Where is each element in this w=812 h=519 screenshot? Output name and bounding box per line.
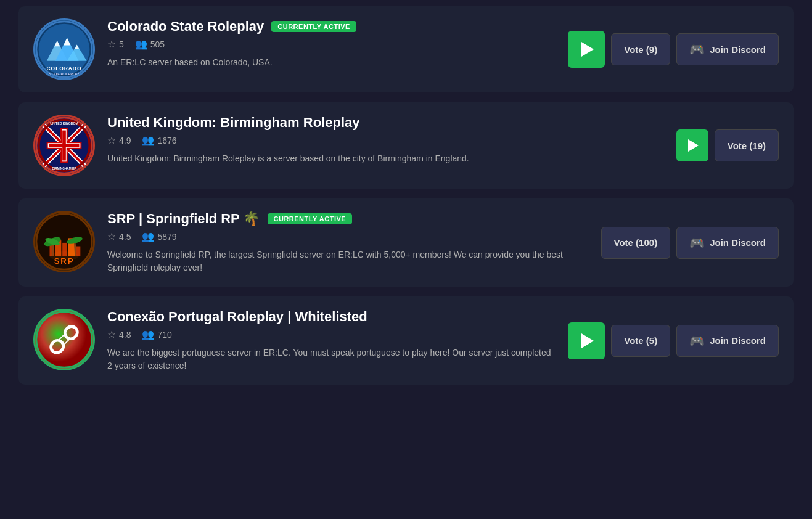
svg-rect-33 [76, 247, 81, 256]
active-badge: CURRENTLY ACTIVE [271, 21, 356, 32]
svg-rect-23 [62, 131, 66, 161]
server-card-colorado: COLORADO STATE ROLEPLAY Colorado State R… [18, 6, 794, 92]
discord-label: Join Discord [710, 44, 766, 55]
svg-point-40 [36, 312, 92, 367]
server-title-row: Colorado State RoleplayCURRENTLY ACTIVE [107, 18, 556, 35]
server-logo-uk-birmingham: UNITED KINGDOM BIRMINGHAM RP [33, 115, 95, 176]
discord-button[interactable]: 🎮Join Discord [676, 325, 779, 357]
play-button[interactable] [568, 31, 605, 68]
server-title: SRP | Springfield RP 🌴 [107, 211, 260, 227]
rating-item: ☆5 [107, 38, 124, 50]
server-title: Colorado State Roleplay [107, 18, 264, 35]
members-value: 5879 [157, 232, 176, 242]
members-value: 710 [157, 330, 171, 340]
server-description: United Kingdom: Birmingham Roleplay is a… [107, 152, 664, 165]
star-icon: ☆ [107, 329, 116, 340]
server-info-conexao-portugal: Conexão Portugal Roleplay | Whitelisted☆… [107, 309, 556, 372]
discord-button[interactable]: 🎮Join Discord [676, 227, 779, 259]
people-icon: 👥 [135, 38, 147, 50]
server-logo-colorado: COLORADO STATE ROLEPLAY [33, 18, 95, 80]
rating-value: 4.9 [119, 136, 131, 145]
server-title-row: United Kingdom: Birmingham Roleplay [107, 115, 664, 131]
server-card-conexao-portugal: Conexão Portugal Roleplay | Whitelisted☆… [18, 296, 794, 385]
members-item: 👥1676 [142, 134, 176, 146]
play-button[interactable] [568, 322, 605, 359]
server-meta: ☆4.5👥5879 [107, 231, 589, 242]
svg-text:BIRMINGHAM RP: BIRMINGHAM RP [52, 167, 76, 170]
rating-item: ☆4.8 [107, 329, 131, 340]
svg-text:UNITED KINGDOM: UNITED KINGDOM [50, 121, 78, 125]
discord-icon: 🎮 [689, 42, 705, 57]
members-item: 👥5879 [142, 231, 176, 242]
server-list: COLORADO STATE ROLEPLAY Colorado State R… [18, 6, 794, 385]
svg-text:SRP: SRP [54, 256, 75, 266]
server-meta: ☆4.8👥710 [107, 329, 556, 340]
active-badge: CURRENTLY ACTIVE [268, 213, 353, 224]
people-icon: 👥 [142, 231, 154, 242]
server-card-uk-birmingham: UNITED KINGDOM BIRMINGHAM RP United King… [18, 102, 794, 189]
server-info-uk-birmingham: United Kingdom: Birmingham Roleplay☆4.9👥… [107, 115, 664, 165]
server-actions: Vote (19) [676, 129, 779, 161]
server-actions: Vote (5)🎮Join Discord [568, 322, 779, 359]
members-value: 1676 [157, 136, 176, 145]
rating-item: ☆4.9 [107, 134, 131, 146]
vote-button[interactable]: Vote (9) [611, 33, 670, 65]
play-icon [688, 139, 699, 152]
play-icon [581, 333, 594, 348]
rating-value: 5 [119, 39, 124, 49]
server-info-colorado: Colorado State RoleplayCURRENTLY ACTIVE☆… [107, 18, 556, 69]
server-title-row: SRP | Springfield RP 🌴CURRENTLY ACTIVE [107, 211, 589, 227]
people-icon: 👥 [142, 329, 154, 340]
star-icon: ☆ [107, 134, 116, 146]
discord-icon: 🎮 [689, 333, 705, 348]
play-icon [581, 42, 594, 57]
server-title: Conexão Portugal Roleplay | Whitelisted [107, 309, 367, 325]
server-actions: Vote (9)🎮Join Discord [568, 31, 779, 68]
play-button[interactable] [676, 129, 708, 161]
server-meta: ☆4.9👥1676 [107, 134, 664, 146]
vote-button[interactable]: Vote (100) [601, 227, 671, 259]
svg-text:STATE ROLEPLAY: STATE ROLEPLAY [49, 72, 80, 76]
discord-button[interactable]: 🎮Join Discord [676, 33, 779, 65]
server-description: We are the biggest portuguese server in … [107, 346, 556, 372]
server-description: An ER:LC server based on Colorado, USA. [107, 56, 556, 69]
vote-button[interactable]: Vote (5) [611, 325, 670, 357]
discord-icon: 🎮 [689, 235, 705, 250]
rating-value: 4.5 [119, 232, 131, 242]
members-item: 👥710 [142, 329, 171, 340]
rating-item: ☆4.5 [107, 231, 131, 242]
server-meta: ☆5👥505 [107, 38, 556, 50]
server-logo-conexao-portugal [33, 309, 95, 370]
server-card-srp-springfield: SRP SRP | Springfield RP 🌴CURRENTLY ACTI… [18, 198, 794, 287]
server-info-srp-springfield: SRP | Springfield RP 🌴CURRENTLY ACTIVE☆4… [107, 211, 589, 274]
discord-label: Join Discord [710, 237, 766, 248]
svg-text:COLORADO: COLORADO [47, 65, 82, 72]
svg-rect-31 [62, 243, 67, 256]
server-title: United Kingdom: Birmingham Roleplay [107, 115, 359, 131]
members-value: 505 [150, 39, 165, 49]
discord-label: Join Discord [710, 335, 766, 346]
server-logo-srp-springfield: SRP [33, 211, 95, 272]
star-icon: ☆ [107, 231, 116, 242]
vote-button[interactable]: Vote (19) [715, 129, 779, 161]
star-icon: ☆ [107, 38, 116, 50]
people-icon: 👥 [142, 134, 154, 146]
server-actions: Vote (100)🎮Join Discord [601, 227, 779, 259]
server-description: Welcome to Springfield RP, the largest S… [107, 248, 589, 274]
server-title-row: Conexão Portugal Roleplay | Whitelisted [107, 309, 556, 325]
rating-value: 4.8 [119, 330, 131, 340]
members-item: 👥505 [135, 38, 165, 50]
